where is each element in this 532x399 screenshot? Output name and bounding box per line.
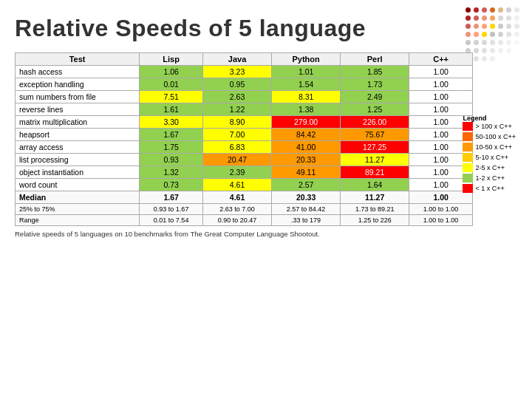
table-cell: 1.61 — [140, 103, 203, 116]
legend-color-box — [463, 163, 473, 172]
table-row: object instantiation1.322.3949.1189.211.… — [16, 166, 473, 179]
table-row: word count0.734.612.571.641.00 — [16, 179, 473, 191]
legend: Legend > 100 x C++50-100 x C++10-50 x C+… — [463, 115, 516, 194]
table-cell: 8.90 — [203, 116, 272, 129]
range-cell: 0.90 to 20.47 — [203, 215, 272, 226]
legend-item: 1-2 x C++ — [463, 174, 516, 183]
page-title: Relative Speeds of 5 language — [15, 15, 517, 42]
table-cell: 3.23 — [203, 66, 272, 78]
table-cell: word count — [16, 179, 140, 191]
range-cell: 0.01 to 7.54 — [140, 215, 203, 226]
legend-color-box — [463, 153, 473, 162]
table-cell: hash access — [16, 66, 140, 78]
table-row: array access1.756.8341.00127.251.00 — [16, 141, 473, 154]
table-cell: 8.31 — [272, 91, 341, 103]
table-cell: 2.63 — [203, 91, 272, 103]
table-cell: 20.33 — [272, 154, 341, 166]
table-cell: 6.83 — [203, 141, 272, 154]
legend-label: 10-50 x C++ — [475, 143, 512, 151]
legend-color-box — [463, 132, 473, 141]
col-header-cpp: C++ — [409, 53, 473, 66]
table-cell: 41.00 — [272, 141, 341, 154]
table-cell: array access — [16, 141, 140, 154]
median-row: Median1.674.6120.3311.271.00 — [16, 191, 473, 204]
table-caption: Relative speeds of 5 languages on 10 ben… — [15, 230, 473, 238]
col-header-java: Java — [203, 53, 272, 66]
legend-color-box — [463, 122, 473, 131]
legend-item: 10-50 x C++ — [463, 143, 516, 151]
table-cell: 0.01 — [140, 78, 203, 91]
table-cell: 1.00 — [409, 91, 473, 103]
table-cell: 1.54 — [272, 78, 341, 91]
table-cell: 279.00 — [272, 116, 341, 129]
table-cell: 2.49 — [341, 91, 409, 103]
table-cell: heapsort — [16, 129, 140, 141]
range-cell: 1.25 to 226 — [341, 215, 409, 226]
table-cell: 11.27 — [341, 154, 409, 166]
pct-row: 25% to 75%0.93 to 1.672.63 to 7.002.57 t… — [16, 204, 473, 215]
legend-item: 5-10 x C++ — [463, 153, 516, 162]
legend-label: 2-5 x C++ — [475, 164, 505, 171]
pct-cell: 1.73 to 89.21 — [341, 204, 409, 215]
table-cell: 1.38 — [272, 103, 341, 116]
legend-item: < 1 x C++ — [463, 184, 516, 193]
table-cell: matrix multiplication — [16, 116, 140, 129]
table-row: exception handling0.010.951.541.731.00 — [16, 78, 473, 91]
col-header-lisp: Lisp — [140, 53, 203, 66]
table-cell: 0.73 — [140, 179, 203, 191]
table-row: matrix multiplication3.308.90279.00226.0… — [16, 116, 473, 129]
table-cell: 75.67 — [341, 129, 409, 141]
col-header-python: Python — [272, 53, 341, 66]
col-header-perl: Perl — [341, 53, 409, 66]
range-cell: Range — [16, 215, 140, 226]
pct-cell: 2.57 to 84.42 — [272, 204, 341, 215]
median-cell: 4.61 — [203, 191, 272, 204]
range-cell: 1.00 to 1.00 — [409, 215, 473, 226]
pct-cell: 2.63 to 7.00 — [203, 204, 272, 215]
table-cell: 2.39 — [203, 166, 272, 179]
table-cell: 1.25 — [341, 103, 409, 116]
table-header-row: Test Lisp Java Python Perl C++ — [16, 53, 473, 66]
table-cell: 84.42 — [272, 129, 341, 141]
legend-label: 1-2 x C++ — [475, 174, 505, 182]
table-cell: 0.93 — [140, 154, 203, 166]
table-cell: object instantiation — [16, 166, 140, 179]
table-cell: 1.00 — [409, 66, 473, 78]
table-cell: 2.57 — [272, 179, 341, 191]
table-cell: 1.64 — [341, 179, 409, 191]
pct-cell: 25% to 75% — [16, 204, 140, 215]
table-cell: 1.06 — [140, 66, 203, 78]
legend-title: Legend — [463, 115, 486, 122]
legend-label: > 100 x C++ — [475, 123, 511, 130]
table-cell: 127.25 — [341, 141, 409, 154]
table-cell: exception handling — [16, 78, 140, 91]
speeds-table: Test Lisp Java Python Perl C++ hash acce… — [15, 52, 473, 226]
table-cell: 226.00 — [341, 116, 409, 129]
legend-label: 50-100 x C++ — [475, 133, 516, 140]
table-cell: 1.00 — [409, 78, 473, 91]
table-row: reverse lines1.611.221.381.251.00 — [16, 103, 473, 116]
table-cell: 4.61 — [203, 179, 272, 191]
table-cell: 89.21 — [341, 166, 409, 179]
table-cell: 1.73 — [341, 78, 409, 91]
table-row: heapsort1.677.0084.4275.671.00 — [16, 129, 473, 141]
median-cell: 11.27 — [341, 191, 409, 204]
table-cell: list processing — [16, 154, 140, 166]
table-cell: sum numbers from file — [16, 91, 140, 103]
col-header-test: Test — [16, 53, 140, 66]
table-cell: 1.67 — [140, 129, 203, 141]
pct-cell: 1.00 to 1.00 — [409, 204, 473, 215]
table-cell: reverse lines — [16, 103, 140, 116]
legend-label: 5-10 x C++ — [475, 154, 508, 161]
table-cell: 1.22 — [203, 103, 272, 116]
table-row: list processing0.9320.4720.3311.271.00 — [16, 154, 473, 166]
legend-item: 2-5 x C++ — [463, 163, 516, 172]
legend-label: < 1 x C++ — [475, 185, 504, 192]
table-row: hash access1.063.231.011.851.00 — [16, 66, 473, 78]
table-cell: 7.51 — [140, 91, 203, 103]
table-cell: 1.85 — [341, 66, 409, 78]
median-cell: 20.33 — [272, 191, 341, 204]
pct-cell: 0.93 to 1.67 — [140, 204, 203, 215]
data-table-wrapper: Test Lisp Java Python Perl C++ hash acce… — [15, 52, 473, 238]
legend-item: 50-100 x C++ — [463, 132, 516, 141]
